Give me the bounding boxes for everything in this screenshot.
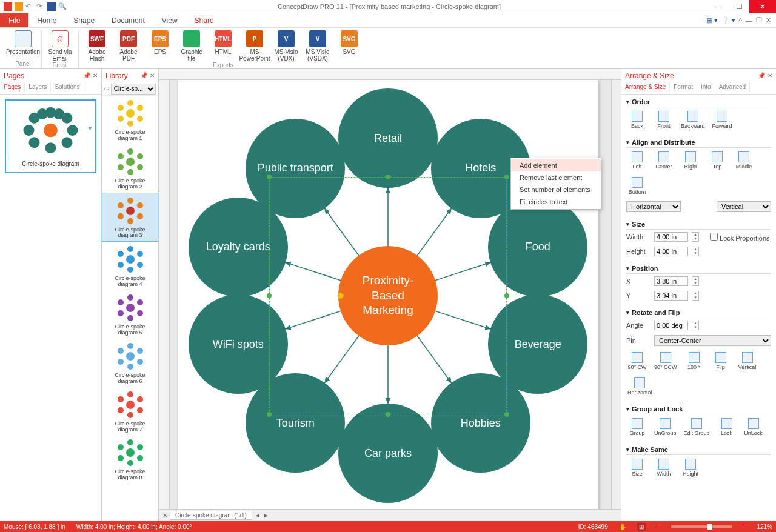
rotate--cw-button[interactable]: 90° CW: [627, 352, 647, 370]
undo-icon[interactable]: ↶: [25, 2, 34, 11]
section-makesame[interactable]: Make Same: [626, 445, 771, 455]
grid-icon[interactable]: ▦ ▾: [706, 16, 718, 24]
spoke-circle[interactable]: Retail: [338, 88, 438, 188]
width-spinner[interactable]: ▲▼: [692, 232, 699, 242]
zoom-icon[interactable]: 🔍: [58, 2, 67, 11]
rotate-vertical-button[interactable]: Vertical: [738, 352, 757, 370]
library-item[interactable]: Circle-spoke diagram 3: [102, 193, 158, 242]
ctx-add-element[interactable]: Add element: [511, 159, 601, 171]
zoom-out-icon[interactable]: −: [657, 524, 660, 530]
close-panel-icon[interactable]: ✕: [768, 72, 772, 79]
lock-proportions-checkbox[interactable]: [710, 233, 718, 241]
hand-tool-icon[interactable]: ✋: [619, 524, 626, 530]
export-adobe-pdf-button[interactable]: PDFAdobe PDF: [114, 30, 143, 62]
height-input[interactable]: [654, 247, 688, 256]
group-edit-group-button[interactable]: Edit Group: [684, 418, 710, 436]
section-order[interactable]: Order: [626, 97, 771, 107]
rotate---button[interactable]: 180 °: [684, 352, 704, 370]
rotate-flip-button[interactable]: Flip: [711, 352, 731, 370]
angle-input[interactable]: [654, 321, 688, 330]
order-front-button[interactable]: Front: [654, 111, 674, 129]
align-horizontal-select[interactable]: Horizontal: [626, 201, 681, 212]
library-dropdown[interactable]: Circle-sp...: [111, 84, 156, 95]
order-forward-button[interactable]: Forward: [712, 111, 732, 129]
lib-next-icon[interactable]: ›: [107, 85, 109, 92]
order-backward-button[interactable]: Backward: [681, 111, 705, 129]
order-back-button[interactable]: Back: [627, 111, 647, 129]
zoom-in-icon[interactable]: +: [743, 524, 746, 530]
selection-handle[interactable]: [504, 293, 509, 298]
export-graphic-file-button[interactable]: Graphic file: [177, 30, 206, 62]
library-item[interactable]: Circle-spoke diagram 2: [102, 144, 158, 193]
rotate--ccw-button[interactable]: 90° CCW: [654, 352, 677, 370]
presentation-button[interactable]: Presentation: [8, 30, 38, 55]
tab-info[interactable]: Info: [697, 82, 715, 94]
group-ungroup-button[interactable]: UnGroup: [654, 418, 677, 436]
close-panel-icon[interactable]: ✕: [150, 72, 155, 79]
menu-home[interactable]: Home: [28, 13, 65, 27]
menu-shape[interactable]: Shape: [65, 13, 103, 27]
selection-handle[interactable]: [386, 175, 390, 179]
library-item[interactable]: Circle-spoke diagram 5: [102, 290, 158, 339]
tab-pages[interactable]: Pages: [0, 82, 25, 94]
rotate-horizontal-button[interactable]: Horizontal: [627, 377, 652, 396]
selection-handle[interactable]: [504, 412, 509, 417]
pin-select[interactable]: Center-Center: [654, 335, 771, 346]
tab-layers[interactable]: Layers: [25, 82, 51, 94]
file-tab[interactable]: File: [0, 13, 28, 27]
lib-prev-icon[interactable]: ‹: [104, 85, 106, 92]
align-top-button[interactable]: Top: [707, 151, 727, 170]
tab-nav-right-icon[interactable]: ►: [263, 512, 269, 519]
makesame-width-button[interactable]: Width: [654, 459, 674, 477]
align-middle-button[interactable]: Middle: [734, 151, 754, 170]
makesame-size-button[interactable]: Size: [627, 459, 647, 477]
align-right-button[interactable]: Right: [681, 151, 700, 170]
close2-icon[interactable]: ✕: [766, 16, 771, 24]
tab-add-icon[interactable]: ✕: [162, 512, 167, 519]
pin-icon[interactable]: 📌: [758, 72, 765, 79]
group-lock-button[interactable]: Lock: [717, 418, 737, 436]
y-spinner[interactable]: ▲▼: [692, 291, 699, 301]
collapse-ribbon-icon[interactable]: ^: [739, 17, 742, 24]
new-doc-icon[interactable]: [4, 2, 12, 11]
ctx-set-number[interactable]: Set number of elements: [511, 184, 601, 196]
export-eps-button[interactable]: EPSEPS: [146, 30, 175, 62]
help-icon[interactable]: ❔ ▾: [721, 16, 735, 24]
maximize-button[interactable]: ☐: [729, 0, 749, 13]
zoom-slider[interactable]: [671, 525, 732, 528]
tab-arrange[interactable]: Arrange & Size: [621, 82, 670, 94]
pin-icon[interactable]: 📌: [140, 72, 147, 79]
y-input[interactable]: [654, 291, 688, 301]
close-button[interactable]: ✕: [749, 0, 776, 13]
page-tab[interactable]: Circle-spoke diagram (1/1): [170, 511, 252, 520]
canvas[interactable]: Proximity-Based MarketingRetailHotelsFoo…: [170, 80, 611, 509]
scrollbar-vertical[interactable]: [611, 80, 621, 509]
snap-icon[interactable]: ⊞: [637, 523, 646, 531]
library-item[interactable]: Circle-spoke diagram 4: [102, 242, 158, 290]
restore-icon[interactable]: ❐: [756, 16, 762, 24]
min2-icon[interactable]: —: [746, 17, 752, 24]
thumb-chevron-icon[interactable]: ▾: [89, 125, 92, 131]
library-item[interactable]: Circle-spoke diagram 7: [102, 387, 158, 436]
library-item[interactable]: Circle-spoke diagram 8: [102, 435, 158, 484]
align-bottom-button[interactable]: Bottom: [627, 177, 647, 195]
width-input[interactable]: [654, 232, 688, 242]
save-icon[interactable]: [47, 2, 56, 11]
makesame-height-button[interactable]: Height: [681, 459, 700, 477]
section-group[interactable]: Group and Lock: [626, 404, 771, 414]
export-ms-visio-vsdx--button[interactable]: VMS Visio (VSDX): [303, 30, 332, 62]
angle-spinner[interactable]: ▲▼: [692, 321, 699, 330]
ctx-remove-last[interactable]: Remove last element: [511, 171, 601, 184]
open-icon[interactable]: [15, 2, 23, 11]
spoke-circle[interactable]: Car parks: [338, 404, 438, 503]
align-center-button[interactable]: Center: [654, 151, 674, 170]
group-unlock-button[interactable]: UnLock: [744, 418, 763, 436]
menu-document[interactable]: Document: [103, 13, 153, 27]
page-thumbnail[interactable]: ▾ Circle-spoke diagram: [5, 99, 96, 173]
library-item[interactable]: Circle-spoke diagram 1: [102, 96, 158, 144]
section-size[interactable]: Size: [626, 219, 771, 230]
height-spinner[interactable]: ▲▼: [692, 247, 699, 256]
export-adobe-flash-button[interactable]: SWFAdobe Flash: [82, 30, 112, 62]
x-input[interactable]: [654, 276, 688, 286]
align-left-button[interactable]: Left: [627, 151, 647, 170]
